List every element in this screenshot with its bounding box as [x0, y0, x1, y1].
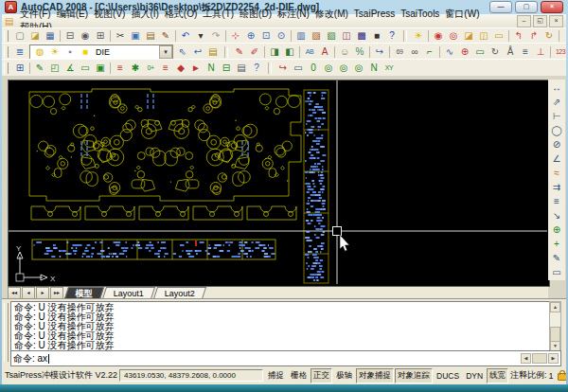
markup-manager-button[interactable]: ▩ [355, 29, 369, 43]
percent-tool-button[interactable]: % [353, 45, 367, 59]
image-tool-button[interactable]: ▭ [473, 45, 488, 59]
toggle-grid[interactable]: 栅格 [288, 368, 310, 383]
wand-tool-button[interactable]: ∿ [443, 45, 457, 59]
dimension-style-button[interactable]: ▭ [550, 266, 564, 279]
t3-run-button[interactable]: ► [189, 62, 204, 75]
tsai-block-edit-button[interactable]: ▭ [492, 29, 506, 43]
menu-格式O[interactable]: 格式(O) [162, 9, 200, 19]
t3-zero-button[interactable]: 0+ [144, 62, 158, 75]
quickcalc-button[interactable]: ■ [370, 29, 384, 43]
t3r-circle1-button[interactable]: ◎ [322, 62, 336, 75]
text-swap-button[interactable]: AB [303, 45, 317, 59]
toggle-lineweight[interactable]: 线宽 [487, 368, 508, 383]
tsai-block-save-button[interactable]: ◪ [462, 29, 476, 43]
layer-freeze-icon[interactable]: ☀ [48, 45, 62, 59]
tsai-lamp-button[interactable]: ☀ [412, 29, 426, 43]
scrollbar-thumb[interactable] [550, 327, 560, 342]
layer-combo-arrow-icon[interactable]: ▾ [159, 45, 172, 59]
lines-tool-button[interactable]: ≡ [519, 45, 533, 59]
t3r-zero-button[interactable]: 0 [307, 62, 321, 75]
t3-diamond-button[interactable]: ◆ [174, 62, 188, 75]
center-mark-button[interactable]: + [550, 238, 564, 251]
maximize-button[interactable]: ▢ [515, 1, 538, 13]
dim-ordinate-button[interactable]: ⊢ [550, 110, 564, 123]
tsai-punch-on-button[interactable]: ◉ [432, 29, 446, 43]
toggle-ortho[interactable]: 正交 [311, 368, 332, 383]
make-object-layer-current-button[interactable]: ⇖ [176, 45, 190, 59]
command-input[interactable]: 命令: ax ◀ ▶ [10, 350, 561, 366]
perp-tool-button[interactable]: ⊥ [534, 45, 548, 59]
command-scrollbar[interactable]: ▲ ▼ [549, 301, 561, 352]
tag-move-button[interactable]: ◧ [283, 45, 297, 59]
t3-new-button[interactable]: N [204, 62, 219, 75]
dimension-edit-button[interactable]: ✎ [550, 252, 564, 265]
menu-绘图D[interactable]: 绘图(D) [237, 9, 275, 19]
copy-clip-button[interactable]: ▣ [129, 29, 143, 43]
undo-button[interactable]: ↶ [179, 29, 193, 43]
t3-screen-button[interactable]: ▭ [79, 62, 93, 75]
sheetset-manager-button[interactable]: ◫ [340, 29, 354, 43]
designcenter-button[interactable]: ▨ [310, 29, 324, 43]
annotation-scale-value[interactable]: 1 [549, 371, 554, 381]
scroll-left-icon[interactable]: ◀ [521, 353, 531, 364]
dim-baseline-button[interactable]: ⇉ [550, 181, 564, 194]
dim-diameter-button[interactable]: ⊘ [550, 138, 564, 151]
drawing-canvas[interactable]: YX [8, 80, 550, 287]
edit-pen-1-button[interactable]: ✎ [233, 45, 247, 59]
menu-文件F[interactable]: 文件(F) [17, 9, 54, 19]
publish-button[interactable]: ⊞ [94, 29, 108, 43]
quick-leader-button[interactable]: ↘ [550, 209, 564, 223]
mdi-restore-button[interactable]: ◱ [533, 15, 547, 27]
layer-color-swatch-button[interactable]: ■ [79, 45, 93, 59]
scroll-up-icon[interactable]: ▲ [550, 302, 560, 312]
command-window-grip[interactable] [4, 303, 9, 362]
cut-clip-button[interactable]: ✂ [114, 29, 128, 43]
chain-tool-button[interactable]: ∞ [408, 45, 422, 59]
t3-list-button[interactable]: ≡ [114, 62, 128, 75]
menu-TsaiTools[interactable]: TsaiTools [398, 9, 442, 19]
close-button[interactable]: × [541, 1, 563, 13]
tsai-refresh-button[interactable]: ↻ [542, 29, 557, 43]
layer-lock-icon[interactable]: ▪ [63, 45, 78, 59]
pan-realtime-button[interactable]: ⊹ [229, 29, 243, 43]
mdi-close-button[interactable]: × [549, 15, 563, 27]
toggle-snap[interactable]: 捕捉 [265, 368, 287, 383]
new-file-button[interactable]: ▢ [13, 29, 27, 43]
zoom-realtime-button[interactable]: ⊕ [244, 29, 258, 43]
tsai-block-open-button[interactable]: ◫ [477, 29, 491, 43]
dim-continue-button[interactable]: ≡ [550, 195, 564, 208]
undo-dropdown-button[interactable]: ▾ [194, 29, 208, 43]
target-tool-button[interactable]: ⊕ [458, 45, 472, 59]
t3r-circle2-button[interactable]: ◎ [337, 62, 351, 75]
save-file-button[interactable]: ▦ [44, 29, 58, 43]
annotation-lock-icon[interactable] [558, 373, 566, 381]
menu-TsaiPress[interactable]: TsaiPress [351, 9, 398, 19]
zoom-previous-button[interactable]: ⊙ [275, 29, 289, 43]
toolbar-grip[interactable] [4, 62, 9, 74]
menu-视图V[interactable]: 视图(V) [91, 9, 128, 19]
layer-states-button[interactable]: ▤ [206, 45, 221, 59]
toggle-otrack[interactable]: 对象追踪 [395, 368, 433, 383]
toggle-dyn[interactable]: DYN [463, 369, 486, 383]
t3r-circle3-button[interactable]: ◎ [352, 62, 366, 75]
menu-工具T[interactable]: 工具(T) [200, 9, 237, 19]
mdi-minimize-button[interactable]: – [517, 15, 531, 27]
paste-clip-button[interactable]: ▤ [144, 29, 158, 43]
toggle-ducs[interactable]: DUCS [434, 369, 462, 383]
t3-disk-button[interactable]: ▣ [94, 62, 108, 75]
hscrollbar-thumb[interactable] [532, 353, 547, 364]
toolbar-grip[interactable] [4, 46, 9, 58]
t3-help-button[interactable]: ? [250, 62, 264, 75]
zoom-window-button[interactable]: ⊡ [259, 29, 274, 43]
tool-palettes-button[interactable]: ▧ [325, 29, 339, 43]
dim-linear-button[interactable]: ↔ [550, 81, 564, 95]
scroll-right-icon[interactable]: ▶ [548, 353, 559, 364]
t3r-arrow-button[interactable]: ↪ [276, 62, 291, 75]
menu-插入I[interactable]: 插入(I) [128, 9, 161, 19]
layer-previous-button[interactable]: ↩ [191, 45, 205, 59]
angstrom-tool-button[interactable]: Å [504, 45, 518, 59]
layer-on-icon[interactable]: ◍ [33, 45, 47, 59]
link-69-button[interactable]: 69 [393, 45, 407, 59]
tag-copy-button[interactable]: ◨ [268, 45, 282, 59]
plot-button[interactable]: ⊟ [63, 29, 78, 43]
